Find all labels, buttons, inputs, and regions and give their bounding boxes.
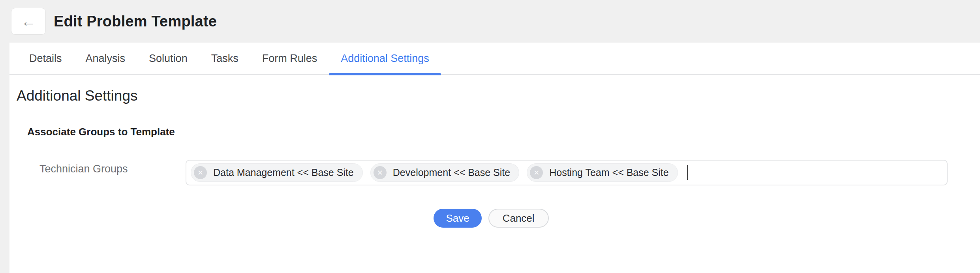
technician-groups-row: Technician Groups ✕ Data Management << B… (17, 160, 973, 185)
tab-bar: Details Analysis Solution Tasks Form Rul… (9, 43, 980, 75)
chip-label: Data Management << Base Site (213, 167, 354, 178)
chip-development[interactable]: ✕ Development << Base Site (370, 163, 519, 182)
text-caret (687, 165, 688, 180)
form-actions: Save Cancel (17, 209, 973, 228)
subsection-title: Associate Groups to Template (27, 126, 973, 138)
section-title: Additional Settings (17, 88, 973, 104)
chip-data-management[interactable]: ✕ Data Management << Base Site (191, 163, 363, 182)
remove-chip-icon[interactable]: ✕ (374, 166, 387, 179)
chip-label: Hosting Team << Base Site (549, 167, 669, 178)
page-title: Edit Problem Template (54, 13, 217, 30)
save-button[interactable]: Save (434, 209, 481, 228)
tab-additional-settings[interactable]: Additional Settings (329, 42, 441, 75)
technician-groups-input[interactable]: ✕ Data Management << Base Site ✕ Develop… (186, 160, 948, 185)
remove-chip-icon[interactable]: ✕ (530, 166, 543, 179)
cancel-button[interactable]: Cancel (488, 209, 549, 228)
tab-details[interactable]: Details (17, 42, 74, 75)
tab-analysis[interactable]: Analysis (74, 42, 137, 75)
arrow-left-icon: ← (21, 13, 36, 30)
chip-hosting-team[interactable]: ✕ Hosting Team << Base Site (527, 163, 678, 182)
content-panel: Details Analysis Solution Tasks Form Rul… (9, 43, 980, 273)
chip-label: Development << Base Site (393, 167, 510, 178)
back-button[interactable]: ← (11, 8, 46, 35)
tab-tasks[interactable]: Tasks (199, 42, 250, 75)
technician-groups-label: Technician Groups (39, 160, 186, 175)
additional-settings-section: Additional Settings Associate Groups to … (9, 88, 980, 228)
tab-form-rules[interactable]: Form Rules (250, 42, 329, 75)
tab-solution[interactable]: Solution (137, 42, 199, 75)
remove-chip-icon[interactable]: ✕ (194, 166, 207, 179)
page-header: ← Edit Problem Template (0, 0, 980, 43)
